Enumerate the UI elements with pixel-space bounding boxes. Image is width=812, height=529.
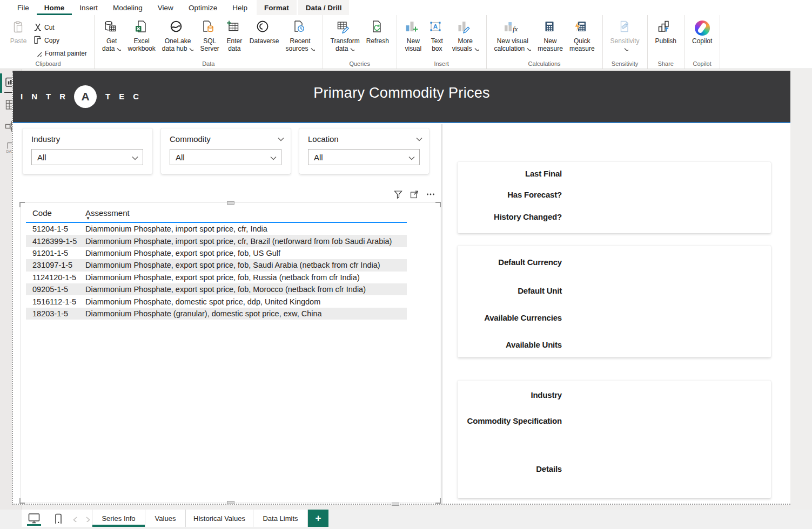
refresh-button[interactable]: Refresh	[364, 18, 392, 46]
page-tab-data-limits[interactable]: Data Limits	[253, 510, 308, 527]
table-row[interactable]: 4126399-1-5Diammonium Phosphate, import …	[26, 235, 407, 247]
page-tab-series-info[interactable]: Series Info	[92, 510, 145, 527]
button-label: Excelworkbook	[127, 38, 155, 52]
enter-data-icon	[226, 18, 243, 38]
focus-mode-icon[interactable]	[410, 189, 419, 201]
chevron-down-icon	[116, 45, 121, 53]
drag-handle-top[interactable]	[227, 201, 234, 205]
new-visual-calculation-button[interactable]: fxNew visualcalculation	[492, 18, 534, 53]
menu-tab-insert[interactable]: Insert	[72, 0, 105, 15]
text-box-button[interactable]: ATextbox	[426, 18, 448, 53]
table-row[interactable]: 18203-1-5Diammonium Phosphate (granular)…	[26, 308, 407, 320]
button-label: SQLServer	[200, 38, 219, 52]
column-header-code[interactable]: Code	[26, 206, 85, 222]
menu-tab-help[interactable]: Help	[225, 0, 255, 15]
menu-tab-data-drill[interactable]: Data / Drill	[298, 0, 350, 15]
copy-button[interactable]: Copy	[31, 34, 89, 46]
new-measure-button[interactable]: Newmeasure	[535, 18, 566, 53]
new-visual-button[interactable]: Newvisual	[402, 18, 425, 53]
page-bottom-handle[interactable]	[392, 503, 399, 506]
button-label: Publish	[655, 38, 676, 45]
paste-button[interactable]: Paste	[7, 18, 30, 46]
table-row[interactable]: 91201-1-5Diammonium Phosphate, export sp…	[26, 247, 407, 259]
commodity-dropdown[interactable]: All	[170, 149, 281, 165]
publish-button[interactable]: Publish	[653, 18, 679, 46]
cell-assessment: Diammonium Phosphate, export spot price,…	[85, 273, 407, 282]
drag-handle-bottom[interactable]	[227, 501, 234, 504]
page-tab-values[interactable]: Values	[145, 510, 186, 527]
add-page-button[interactable]: +	[308, 510, 328, 527]
cell-assessment: Diammonium Phosphate, domestic spot pric…	[85, 297, 407, 306]
excel-workbook-button[interactable]: Excelworkbook	[125, 18, 158, 53]
desktop-view-button[interactable]	[22, 510, 46, 527]
chevron-down-icon[interactable]	[277, 135, 284, 145]
assessments-table-visual[interactable]: Code Assessment ▼ 51204-1-5Diammonium Ph…	[20, 202, 440, 503]
next-page-button[interactable]	[80, 510, 92, 527]
cell-assessment: Diammonium Phosphate, export spot price,…	[85, 249, 407, 257]
workspace: DAX INTRATEC Primary Commodity Prices In…	[0, 69, 812, 510]
table-row[interactable]: 231097-1-5Diammonium Phosphate, export s…	[26, 259, 407, 271]
get-data-button[interactable]: Getdata	[99, 18, 124, 53]
cell-code: 231097-1-5	[26, 261, 85, 269]
recent-sources-button[interactable]: Recentsources	[283, 18, 318, 53]
button-label: New visualcalculation	[494, 38, 532, 52]
menu-tab-modeling[interactable]: Modeling	[105, 0, 150, 15]
menu-tab-view[interactable]: View	[150, 0, 181, 15]
more-visuals-button[interactable]: Morevisuals	[449, 18, 481, 53]
copy-icon	[33, 35, 41, 45]
page-tab-historical-values[interactable]: Historical Values	[186, 510, 253, 527]
table-row[interactable]: 51204-1-5Diammonium Phosphate, import sp…	[26, 223, 407, 235]
sensitivity-button[interactable]: Sensitivity	[608, 18, 642, 53]
ribbon-group-share: PublishShare	[648, 15, 685, 69]
button-label: Transformdata	[331, 38, 360, 52]
menu-tab-home[interactable]: Home	[37, 0, 72, 15]
onelake-data-hub-button[interactable]: OneLakedata hub	[159, 18, 197, 53]
copilot-button[interactable]: Copilot	[689, 18, 715, 46]
location-dropdown[interactable]: All	[308, 149, 420, 165]
table-row[interactable]: 09205-1-5Diammonium Phosphate, export sp…	[26, 283, 407, 295]
field-label-available-units: Available Units	[458, 340, 562, 349]
powerbi-desktop-window: FileHomeInsertModelingViewOptimizeHelpFo…	[0, 0, 812, 529]
filter-icon[interactable]	[393, 189, 402, 201]
prev-page-button[interactable]	[68, 510, 80, 527]
more-options-icon[interactable]	[426, 189, 435, 201]
location-slicer: LocationAll	[299, 128, 429, 174]
button-label: Quickmeasure	[569, 38, 595, 52]
enter-data-button[interactable]: Enterdata	[223, 18, 246, 53]
ribbon-group-label: Sensitivity	[603, 60, 647, 67]
column-header-assessment[interactable]: Assessment ▼	[85, 206, 407, 222]
dataverse-button[interactable]: Dataverse	[247, 18, 282, 46]
button-label: Copy	[44, 37, 59, 44]
ribbon-group-copilot: CopilotCopilot	[685, 15, 720, 69]
quick-measure-button[interactable]: Quickmeasure	[567, 18, 598, 53]
menu-tab-format[interactable]: Format	[257, 0, 297, 15]
transform-data-button[interactable]: Transformdata	[328, 18, 363, 53]
industry-dropdown[interactable]: All	[31, 149, 143, 165]
menu-tab-file[interactable]: File	[10, 0, 37, 15]
cell-assessment: Diammonium Phosphate, import spot price,…	[85, 225, 407, 233]
ribbon-group-label: Calculations	[487, 60, 602, 67]
button-label: Newvisual	[405, 38, 421, 52]
table-header-row: Code Assessment ▼	[26, 206, 407, 223]
format-painter-button[interactable]: Format painter	[31, 47, 89, 59]
table-row[interactable]: 1516112-1-5Diammonium Phosphate, domesti…	[26, 295, 407, 307]
ribbon: PasteCutCopyFormat painterClipboardGetda…	[0, 15, 812, 69]
table-row[interactable]: 1124120-1-5Diammonium Phosphate, export …	[26, 272, 407, 283]
cell-code: 91201-1-5	[26, 249, 85, 257]
commodity-slicer: CommodityAll	[161, 128, 291, 174]
new-visual-icon	[405, 18, 422, 38]
cell-assessment: Diammonium Phosphate, import spot price,…	[85, 237, 407, 246]
sql-server-button[interactable]: SQLServer	[197, 18, 222, 53]
button-label: Refresh	[366, 38, 389, 45]
field-card-1: Last FinalHas Forecast?History Changed?	[458, 162, 771, 233]
canvas-divider-line	[441, 124, 442, 504]
slicer-label: Industry	[31, 134, 60, 144]
cell-assessment: Diammonium Phosphate (granular), domesti…	[85, 309, 407, 318]
slicer-value: All	[37, 153, 46, 162]
mobile-view-button[interactable]	[46, 510, 68, 527]
chevron-down-icon	[407, 154, 415, 163]
cut-button[interactable]: Cut	[31, 21, 89, 33]
menu-tab-optimize[interactable]: Optimize	[181, 0, 225, 15]
chevron-down-icon[interactable]	[415, 135, 422, 145]
chevron-down-icon	[188, 45, 193, 53]
